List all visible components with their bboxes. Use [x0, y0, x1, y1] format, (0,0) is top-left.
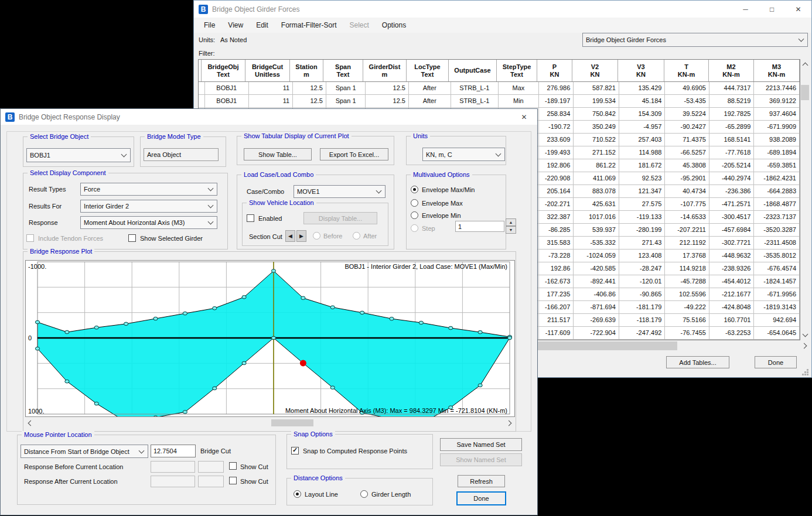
table-cell[interactable]: -202.271	[539, 198, 574, 211]
table-cell[interactable]: -90.2427	[665, 121, 709, 134]
add-tables-button[interactable]: Add Tables...	[666, 356, 729, 368]
table-cell[interactable]: 17.3768	[665, 250, 709, 262]
table-cell[interactable]: 750.842	[574, 108, 619, 121]
table-cell[interactable]: -49.222	[665, 301, 709, 314]
table-cell[interactable]: -454.4012	[709, 275, 755, 288]
table-cell[interactable]: 12.5	[293, 82, 326, 95]
table-cell[interactable]: -1868.4877	[754, 198, 800, 211]
table-cell[interactable]: 444.7317	[709, 82, 755, 95]
table-cell[interactable]: 12.5	[366, 82, 409, 95]
table-cell[interactable]: -457.6984	[709, 224, 755, 237]
bridge-object-combo[interactable]: BOBJ1	[26, 148, 131, 162]
table-cell[interactable]: 199.534	[574, 95, 619, 108]
menu-item-file[interactable]: File	[197, 18, 221, 33]
table-cell[interactable]: 539.937	[574, 224, 619, 237]
table-cell[interactable]: 11	[249, 82, 294, 95]
table-cell[interactable]: 12.5	[293, 95, 326, 108]
show-table-button[interactable]: Show Table...	[244, 148, 312, 160]
plot-scrollbar[interactable]	[25, 419, 514, 427]
close-icon[interactable]: ✕	[511, 109, 537, 125]
layout-line-radio[interactable]	[294, 490, 301, 498]
table-cell[interactable]: -2311.4508	[754, 237, 800, 250]
table-cell[interactable]: -535.332	[574, 237, 619, 250]
table-cell[interactable]: -66.5257	[665, 146, 709, 159]
column-header-p[interactable]: PKN	[537, 60, 572, 81]
table-cell[interactable]: 233.609	[539, 134, 574, 146]
column-header-m2[interactable]: M2KN-m	[709, 60, 754, 81]
table-cell[interactable]: 205.164	[539, 185, 574, 198]
table-cell[interactable]: -118.179	[619, 314, 666, 327]
table-cell[interactable]: 710.522	[574, 134, 619, 146]
table-cell[interactable]	[199, 82, 205, 95]
table-cell[interactable]: -871.694	[574, 301, 619, 314]
table-cell[interactable]: 258.834	[539, 108, 574, 121]
table-cell[interactable]: -448.9632	[709, 250, 755, 262]
table-cell[interactable]: -53.435	[665, 95, 709, 108]
table-cell[interactable]: -2323.7137	[754, 211, 800, 224]
table-cell[interactable]: 938.2089	[754, 134, 800, 146]
table-cell[interactable]: 12.5	[366, 95, 409, 108]
table-cell[interactable]: BOBJ1	[205, 82, 249, 95]
table-cell[interactable]: BOBJ1	[205, 95, 249, 108]
scroll-right-icon[interactable]	[799, 341, 808, 351]
section-cut-next-icon[interactable]: ▶	[296, 230, 306, 242]
column-header-girderdist[interactable]: GirderDistm	[363, 60, 407, 81]
minimize-icon[interactable]: ─	[732, 1, 759, 18]
table-cell[interactable]: 160.7701	[709, 314, 755, 327]
menu-item-format-filter-sort[interactable]: Format-Filter-Sort	[275, 18, 343, 33]
table-cell[interactable]: Max	[499, 82, 539, 95]
scroll-up-icon[interactable]	[800, 60, 810, 69]
section-cut-prev-icon[interactable]: ◀	[285, 230, 295, 242]
table-cell[interactable]: -1824.1457	[754, 275, 800, 288]
table-cell[interactable]: -120.01	[619, 275, 666, 288]
table-cell[interactable]: 587.821	[574, 82, 619, 95]
table-cell[interactable]: -14.6533	[665, 211, 709, 224]
table-cell[interactable]: 177.235	[539, 288, 574, 301]
vertical-scroll-thumb[interactable]	[801, 85, 809, 100]
table-cell[interactable]: -420.585	[574, 262, 619, 275]
table-cell[interactable]: 11	[249, 95, 294, 108]
table-cell[interactable]: 861.22	[574, 159, 619, 172]
show-cut-after-checkbox[interactable]	[229, 477, 237, 484]
table-cell[interactable]: 369.9122	[754, 95, 800, 108]
table-cell[interactable]: -119.133	[619, 211, 666, 224]
table-cell[interactable]: 45.3808	[665, 159, 709, 172]
units-combo[interactable]: KN, m, C	[422, 148, 505, 161]
table-cell[interactable]: -3520.3287	[754, 224, 800, 237]
girder-window-titlebar[interactable]: B Bridge Object Girder Forces ─ □ ✕	[194, 1, 811, 18]
table-cell[interactable]: 1017.016	[574, 211, 619, 224]
menu-item-options[interactable]: Options	[376, 18, 412, 33]
dialog-done-button[interactable]: Done	[456, 491, 506, 505]
table-cell[interactable]: -4.957	[619, 121, 666, 134]
table-cell[interactable]: -664.2883	[754, 185, 800, 198]
table-cell[interactable]: -280.199	[619, 224, 666, 237]
table-cell[interactable]: -199.493	[539, 146, 574, 159]
table-cell[interactable]	[199, 95, 205, 108]
table-cell[interactable]: -166.207	[539, 301, 574, 314]
maximize-icon[interactable]: □	[759, 1, 785, 18]
table-cell[interactable]: 123.408	[619, 250, 666, 262]
snap-checkbox[interactable]	[291, 447, 299, 455]
column-header-bridgecut[interactable]: BridgeCutUnitless	[245, 60, 290, 81]
table-cell[interactable]: -220.908	[539, 172, 574, 185]
table-cell[interactable]: -247.492	[619, 327, 666, 340]
bridge-response-plot[interactable]: -1000.01000.BOBJ1 - Interior Girder 2, L…	[25, 260, 515, 417]
table-cell[interactable]: 71.4375	[665, 134, 709, 146]
table-cell[interactable]: -471.2571	[709, 198, 755, 211]
table-cell[interactable]: 937.4604	[754, 108, 800, 121]
table-cell[interactable]: 2213.7446	[754, 82, 800, 95]
table-cell[interactable]: 135.429	[619, 82, 666, 95]
table-cell[interactable]: -73.228	[539, 250, 574, 262]
table-cell[interactable]: 883.078	[574, 185, 619, 198]
table-cell[interactable]: 49.6905	[665, 82, 709, 95]
case-combo[interactable]: MOVE1	[294, 185, 385, 198]
table-cell[interactable]: 315.583	[539, 237, 574, 250]
table-cell[interactable]: 212.1192	[665, 237, 709, 250]
table-cell[interactable]: -659.3851	[754, 159, 800, 172]
plot-scroll-right-icon[interactable]	[504, 419, 513, 427]
column-header-bridgeobj[interactable]: BridgeObjText	[202, 60, 245, 81]
table-cell[interactable]: -189.197	[539, 95, 574, 108]
step-input[interactable]: 1	[455, 221, 504, 232]
distance-mode-combo[interactable]: Distance From Start of Bridge Object	[21, 445, 148, 458]
table-cell[interactable]: 114.988	[619, 146, 666, 159]
